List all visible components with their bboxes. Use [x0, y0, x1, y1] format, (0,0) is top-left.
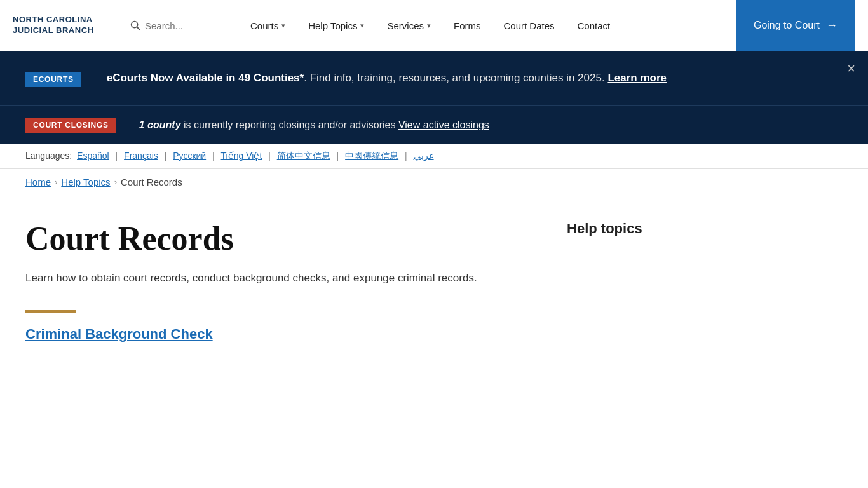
- lang-russian[interactable]: Русский: [173, 151, 206, 161]
- search-icon: [130, 20, 141, 31]
- criminal-background-check-link[interactable]: Criminal Background Check: [25, 326, 213, 342]
- lang-chinese-traditional[interactable]: 中國傳統信息: [345, 151, 398, 161]
- court-closings-badge: COURT CLOSINGS: [25, 118, 116, 133]
- nav-item-services[interactable]: Services ▾: [376, 0, 442, 51]
- nav-item-help-topics[interactable]: Help Topics ▾: [297, 0, 376, 51]
- lang-vietnamese[interactable]: Tiếng Việt: [221, 151, 262, 161]
- banner-text: eCourts Now Available in 49 Counties*. F…: [107, 69, 667, 86]
- page-title: Court Records: [25, 220, 477, 257]
- learn-more-link[interactable]: Learn more: [607, 72, 667, 84]
- arrow-right-icon: →: [826, 19, 837, 32]
- close-button[interactable]: ×: [847, 60, 855, 77]
- breadcrumb: Home › Help Topics › Court Records: [0, 169, 868, 195]
- lang-chinese-simplified[interactable]: 简体中文信息: [277, 151, 330, 161]
- search-bar[interactable]: [130, 20, 227, 31]
- court-closings-bar: COURT CLOSINGS 1 county is currently rep…: [0, 105, 868, 144]
- site-header: NORTH CAROLINA JUDICIAL BRANCH Courts ▾ …: [0, 0, 868, 51]
- logo-line1: NORTH CAROLINA: [13, 15, 114, 25]
- main-nav: Courts ▾ Help Topics ▾ Services ▾ Forms …: [239, 0, 736, 51]
- ecourts-badge: ECOURTS: [25, 72, 81, 87]
- logo-line2: JUDICIAL BRANCH: [13, 25, 114, 36]
- breadcrumb-home[interactable]: Home: [25, 177, 51, 187]
- languages-label: Languages:: [25, 151, 74, 161]
- breadcrumb-help-topics[interactable]: Help Topics: [61, 177, 110, 187]
- breadcrumb-separator: ›: [55, 177, 57, 187]
- chevron-down-icon: ▾: [360, 22, 364, 30]
- nav-item-contact[interactable]: Contact: [566, 0, 622, 51]
- lang-francais[interactable]: Français: [124, 151, 158, 161]
- page-description: Learn how to obtain court records, condu…: [25, 269, 477, 287]
- svg-line-1: [137, 27, 140, 30]
- closings-text: 1 county is currently reporting closings…: [139, 119, 489, 131]
- going-to-court-button[interactable]: Going to Court →: [736, 0, 855, 51]
- lang-arabic[interactable]: عربي: [414, 151, 434, 161]
- site-logo[interactable]: NORTH CAROLINA JUDICIAL BRANCH: [13, 15, 114, 36]
- breadcrumb-separator: ›: [114, 177, 117, 187]
- nav-item-court-dates[interactable]: Court Dates: [492, 0, 566, 51]
- languages-bar: Languages: Español | Français | Русский …: [0, 144, 868, 169]
- chevron-down-icon: ▾: [281, 22, 285, 30]
- section-divider: [25, 310, 76, 313]
- chevron-down-icon: ▾: [427, 22, 431, 30]
- lang-espanol[interactable]: Español: [77, 151, 109, 161]
- breadcrumb-current: Court Records: [121, 177, 182, 187]
- nav-item-courts[interactable]: Courts ▾: [239, 0, 297, 51]
- nav-item-forms[interactable]: Forms: [442, 0, 492, 51]
- view-active-closings-link[interactable]: View active closings: [398, 119, 489, 130]
- search-input[interactable]: [145, 20, 227, 31]
- ecourts-banner: ECOURTS eCourts Now Available in 49 Coun…: [0, 51, 868, 105]
- main-content: Court Records Learn how to obtain court …: [0, 195, 503, 342]
- help-topics-label: Help topics: [503, 220, 642, 237]
- sidebar: Help topics: [503, 195, 642, 237]
